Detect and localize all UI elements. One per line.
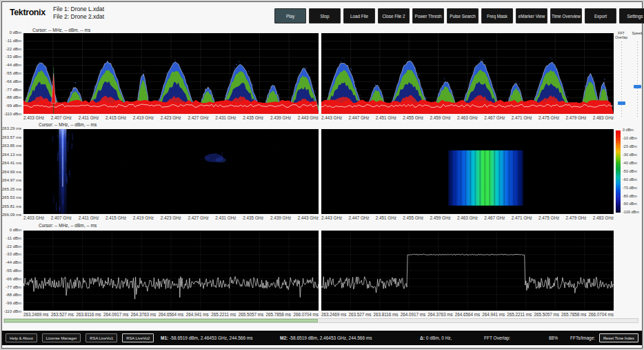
power-dbm-tick-0: 0 dBm [10, 228, 21, 232]
sg-freq-tick-f2-1: 2.447 GHz [348, 215, 369, 222]
power-x-axis-file2: 263.2469 ms263.527 ms263.8116 ms264.0917… [321, 312, 614, 318]
power-time-tick-f2-3: 264.0917 ms [401, 312, 425, 318]
freq-tick-f1-4: 2.419 GHz [133, 115, 154, 121]
sg-freq-tick-f2-3: 2.455 GHz [403, 215, 423, 222]
freq-tick-f2-6: 2.467 GHz [484, 115, 505, 121]
fft-overlap-slider[interactable] [617, 41, 626, 119]
marker1-value: -58.6519 dBm, 2.46453 GHz, 244.566 ms [170, 336, 252, 340]
toolbar-button-5[interactable]: Pulse Search [447, 8, 479, 23]
power-dbm-tick-6: -66 dBm [6, 277, 21, 281]
freq-tick-f2-3: 2.455 GHz [403, 115, 423, 121]
speed-slider[interactable] [633, 41, 642, 119]
power-time-tick-f2-7: 265.2211 ms [507, 312, 532, 318]
toolbar-button-7[interactable]: eMarker View [516, 8, 547, 23]
marker2-readout: M2:-58.6519 dBm, 2.46453 GHz, 244.566 ms [280, 336, 372, 340]
toolbar-button-2[interactable]: Load File [343, 8, 375, 23]
freq-tick-f2-2: 2.451 GHz [376, 115, 396, 121]
file1-label: File 1: Drone L.xdat [53, 6, 104, 12]
toolbar-button-10[interactable]: Settings [619, 8, 644, 23]
spectrogram-time-tick-2: 263.85 ms [2, 144, 21, 148]
freq-tick-f1-3: 2.415 GHz [105, 115, 126, 121]
power-dbm-tick-5: -55 dBm [6, 269, 21, 273]
time-scrollbar[interactable] [3, 318, 638, 323]
power-time-tick-f1-0: 263.2469 ms [23, 312, 48, 318]
fft-overlap-slider-handle[interactable] [618, 101, 625, 105]
toolbar-button-6[interactable]: Freq Mask [481, 8, 513, 23]
freq-tick-f2-9: 2.479 GHz [565, 115, 586, 121]
spectrum-dbm-tick-4: -44 dBm [6, 63, 21, 67]
freq-tick-f2-4: 2.459 GHz [430, 115, 451, 121]
spectrogram-x-axis-file1: 2.403 GHz2.407 GHz2.411 GHz2.415 GHz2.41… [23, 215, 319, 222]
colorbar-tick-0: 0 dBm [623, 128, 643, 133]
power-dbm-tick-4: -44 dBm [6, 260, 21, 264]
status-button-2[interactable]: RSA LiveVu1 [85, 333, 117, 342]
spectrum-x-axis-file1: 2.403 GHz2.407 GHz2.411 GHz2.415 GHz2.41… [23, 115, 319, 121]
spectrogram-time-tick-6: 264.97 ms [2, 178, 21, 182]
power-chart-file1[interactable] [23, 231, 319, 311]
power-dbm-tick-3: -33 dBm [6, 252, 21, 256]
freq-tick-f2-1: 2.447 GHz [348, 115, 369, 121]
spectrogram-chart-file2[interactable] [321, 129, 614, 214]
persistence-chart-file2[interactable] [321, 33, 614, 114]
speed-slider-handle[interactable] [634, 85, 641, 88]
status-button-3[interactable]: RSA LiveVu2 [122, 333, 154, 342]
power-time-tick-f2-6: 264.941 ms [482, 312, 505, 318]
toolbar-button-4[interactable]: Power Thresh [412, 8, 444, 23]
colorbar-tick-9: -90 dBm [623, 202, 643, 206]
colorbar-tick-1: -10 dBm [623, 137, 643, 141]
status-button-0[interactable]: Help & About [6, 333, 37, 342]
freq-tick-f1-1: 2.407 GHz [51, 115, 72, 121]
freq-tick-f1-7: 2.431 GHz [215, 115, 236, 121]
toolbar-button-1[interactable]: Stop [309, 8, 341, 23]
colorbar-tick-7: -70 dBm [623, 186, 643, 191]
freq-tick-f1-5: 2.423 GHz [161, 115, 181, 121]
fft-overlap-status-value: 88% [549, 336, 558, 340]
time-scrollbar-thumb[interactable] [4, 319, 318, 322]
spectrogram-time-tick-10: 266.09 ms [2, 213, 21, 217]
fft-overlap-status-label: FFT Overlap: [484, 336, 510, 340]
sg-freq-tick-f2-6: 2.467 GHz [484, 215, 505, 222]
power-time-tick-f2-2: 263.8116 ms [374, 312, 399, 318]
reset-time-index-button[interactable]: Reset Time Index [599, 333, 638, 342]
marker1-label: M1: [161, 336, 168, 340]
power-dbm-tick-10: -110 dBm [3, 309, 21, 313]
fft-overlap-slider-label: FFT Overlap [614, 32, 629, 40]
power-time-tick-f1-9: 265.7858 ms [266, 312, 291, 318]
spectrum-dbm-tick-9: -99 dBm [6, 104, 21, 108]
power-dbm-tick-1: -11 dBm [6, 236, 21, 240]
sg-freq-tick-f1-9: 2.439 GHz [270, 215, 291, 222]
spectrogram-time-tick-3: 264.13 ms [2, 153, 21, 157]
freq-tick-f1-10: 2.443 GHz [298, 115, 319, 121]
power-dbm-tick-9: -99 dBm [6, 301, 21, 305]
spectrogram-time-tick-0: 263.29 ms [2, 126, 21, 130]
sg-freq-tick-f1-8: 2.435 GHz [243, 215, 263, 222]
power-y-axis: 0 dBm-11 dBm-22 dBm-33 dBm-44 dBm-55 dBm… [1, 228, 22, 313]
persistence-chart-file1[interactable] [23, 33, 319, 114]
delta-readout: Δ:0 dBm, 0 Hz, [420, 336, 452, 340]
spectrogram-time-tick-9: 265.81 ms [2, 204, 21, 208]
status-button-1[interactable]: License Manager [42, 333, 81, 342]
sg-freq-tick-f1-1: 2.407 GHz [51, 215, 72, 222]
delta-label: Δ: [420, 336, 425, 340]
colorbar-tick-5: -50 dBm [623, 170, 643, 174]
spectrum-dbm-tick-0: 0 dBm [10, 30, 21, 35]
power-time-tick-f2-1: 263.527 ms [349, 312, 372, 318]
status-buttons: Help & AboutLicense ManagerRSA LiveVu1RS… [6, 333, 154, 342]
colorbar-tick-2: -20 dBm [623, 145, 643, 149]
sg-freq-tick-f1-4: 2.419 GHz [133, 215, 154, 222]
cursor-readout-spectrum: Cursor: -- MHz, -- dBm, -- ms [32, 28, 90, 32]
power-time-tick-f1-7: 265.2211 ms [211, 312, 236, 318]
power-time-tick-f1-2: 263.8116 ms [76, 312, 101, 318]
toolbar-button-9[interactable]: Export [585, 8, 616, 23]
toolbar-button-8[interactable]: Time Overview [550, 8, 582, 23]
power-time-tick-f1-10: 266.0704 ms [294, 312, 319, 318]
power-x-axis-file1: 263.2469 ms263.527 ms263.8116 ms264.0917… [23, 312, 319, 318]
power-chart-file2[interactable] [321, 231, 614, 311]
fft-overlap-speed-sliders: FFT Overlap Speed [614, 32, 643, 126]
spectrogram-chart-file1[interactable] [23, 129, 319, 214]
freq-tick-f2-5: 2.463 GHz [457, 115, 478, 121]
spectrogram-x-axis-file2: 2.443 GHz2.447 GHz2.451 GHz2.455 GHz2.45… [321, 215, 614, 222]
file2-label: File 2: Drone 2.xdat [53, 13, 104, 20]
toolbar-button-0[interactable]: Play [274, 8, 306, 23]
toolbar-button-3[interactable]: Close File 2 [378, 8, 410, 23]
